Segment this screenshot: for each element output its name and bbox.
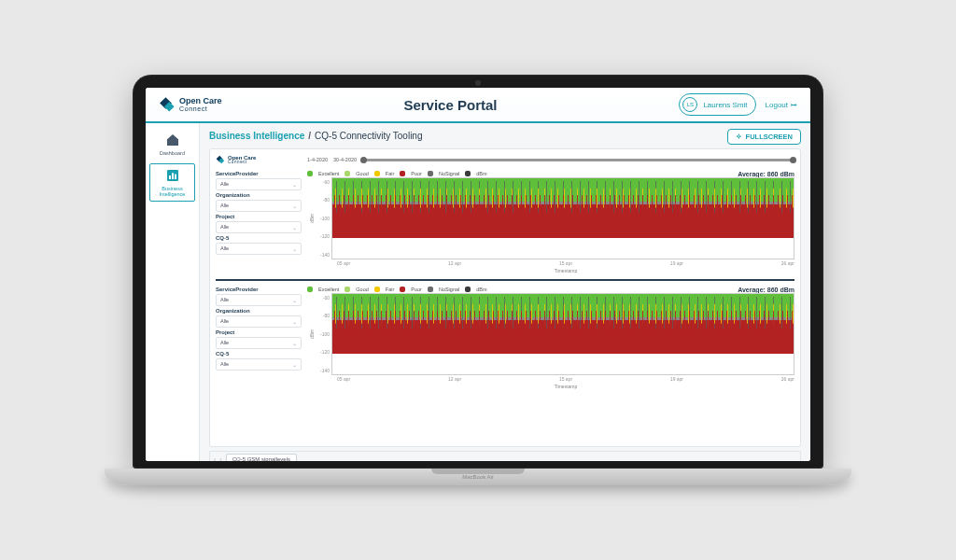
fullscreen-button[interactable]: ✧ FULLSCREEN [727,129,801,145]
y-axis-label: dBm [307,293,316,375]
chevron-down-icon: ⌄ [292,297,297,303]
avatar: LS [682,97,697,112]
logout-icon: ↦ [791,101,797,109]
legend-swatch-good [344,287,350,292]
filter-label: ServiceProvider [216,287,302,292]
chart-plot-area[interactable] [331,293,794,375]
filter-label: Project [216,329,302,335]
y-axis-ticks: -60 -80 -100 -120 -140 [316,293,331,375]
chart-average: Average: 860 dBm [738,171,794,177]
fullscreen-label: FULLSCREEN [746,133,793,141]
filter-select-cq5[interactable]: Alle⌄ [216,358,302,371]
chevron-down-icon: ⌄ [292,245,297,252]
chart-plot-area[interactable] [331,177,794,259]
legend-swatch-excellent [307,287,313,292]
brand-name-bottom: Connect [179,105,222,112]
filter-label: Organization [216,308,302,314]
sidebar: Dashboard Business Intelligence [146,123,200,461]
user-chip[interactable]: LS Laurens Smit [679,93,755,116]
filter-label: CQ-5 [216,235,302,241]
y-axis-label: dBm [307,177,316,259]
legend-swatch-fair [374,287,380,292]
chart-2: Excellent Good Fair Poor NoSignal dBm Av… [307,287,794,389]
app-body: Dashboard Business Intelligence Business… [146,123,810,461]
legend-swatch-fair [374,171,380,176]
chevron-down-icon: ⌄ [292,318,297,325]
timeline-selector[interactable]: 1-4-2020 30-4-2020 [307,157,794,162]
chevron-down-icon: ⌄ [292,224,297,231]
camera-dot [475,80,481,86]
app-screen: Open Care Connect Service Portal LS Laur… [146,88,810,461]
chevron-down-icon: ⌄ [292,361,297,368]
legend-swatch-good [344,171,350,176]
report-panel: Open Care Connect 1-4-2020 30-4-2020 [209,148,801,447]
filter-select-serviceprovider[interactable]: Alle⌄ [216,294,302,306]
user-name: Laurens Smit [703,101,747,109]
legend-swatch-excellent [307,171,313,176]
panel-brand: Open Care Connect [216,155,302,165]
filter-column-1: ServiceProvider Alle⌄ Organization Alle⌄… [216,171,302,273]
brand-name-top: Open Care [179,97,222,105]
laptop-base: MacBook Air [105,469,851,485]
breadcrumb-separator: / [308,131,311,141]
filter-select-organization[interactable]: Alle⌄ [216,315,302,328]
timeline-start: 1-4-2020 [307,157,328,162]
breadcrumb-page: CQ-5 Connectivity Tooling [315,131,422,141]
svg-rect-5 [175,175,176,179]
legend-swatch-dbm [465,171,471,176]
logout-link[interactable]: Logout ↦ [766,101,797,109]
chart-average: Average: 860 dBm [738,287,794,293]
filter-column-2: ServiceProvider Alle⌄ Organization Alle⌄… [216,287,302,389]
chart-block-2: ServiceProvider Alle⌄ Organization Alle⌄… [216,287,794,389]
brand-logo-icon [159,96,176,113]
filter-select-serviceprovider[interactable]: Alle⌄ [216,178,302,190]
fullscreen-icon: ✧ [736,133,742,141]
filter-label: Project [216,214,302,219]
chart-legend: Excellent Good Fair Poor NoSignal dBm Av… [307,287,794,293]
x-axis-ticks: 05 apr 12 apr 15 apr 19 apr 26 apr [337,259,794,267]
portal-header: Open Care Connect Service Portal LS Laur… [146,88,810,123]
timeline-slider[interactable] [362,159,794,161]
x-axis-ticks: 05 apr 12 apr 15 apr 19 apr 26 apr [337,375,794,383]
brand-block: Open Care Connect [159,96,222,113]
filter-select-cq5[interactable]: Alle⌄ [216,243,302,255]
legend-swatch-nosignal [428,171,433,176]
y-axis-ticks: -60 -80 -100 -120 -140 [316,177,331,259]
breadcrumb: Business Intelligence / CQ-5 Connectivit… [209,131,801,141]
logout-label: Logout [766,101,788,109]
tab-signallevels[interactable]: CQ-5 GSM signallevels [226,454,297,461]
tab-next-button[interactable]: › [219,456,221,462]
chevron-down-icon: ⌄ [292,203,297,209]
x-axis-label: Timestamp [337,383,794,389]
filter-label: CQ-5 [216,351,302,357]
breadcrumb-section[interactable]: Business Intelligence [209,131,304,141]
filter-select-organization[interactable]: Alle⌄ [216,200,302,212]
legend-swatch-poor [400,171,405,176]
svg-rect-3 [169,175,171,179]
chart-divider [216,279,794,281]
brand-logo-icon [216,155,225,164]
chart-icon [165,168,180,183]
sidebar-item-label: Business Intelligence [152,186,192,197]
svg-rect-4 [172,173,174,179]
chart-1: Excellent Good Fair Poor NoSignal dBm Av… [307,171,794,273]
chart-legend: Excellent Good Fair Poor NoSignal dBm Av… [307,171,794,177]
tab-prev-button[interactable]: ‹ [214,456,216,462]
x-axis-label: Timestamp [337,267,794,273]
panel-brand-bottom: Connect [228,161,256,165]
chevron-down-icon: ⌄ [292,181,297,188]
main-content: Business Intelligence / CQ-5 Connectivit… [200,123,810,461]
filter-select-project[interactable]: Alle⌄ [216,221,302,233]
chevron-down-icon: ⌄ [292,340,297,346]
filter-select-project[interactable]: Alle⌄ [216,337,302,349]
filter-label: Organization [216,192,302,198]
legend-swatch-nosignal [428,287,433,292]
report-tabbar: ‹ › CQ-5 GSM signallevels [209,451,801,461]
chart-block-1: ServiceProvider Alle⌄ Organization Alle⌄… [216,171,794,273]
screen-bezel: Open Care Connect Service Portal LS Laur… [133,75,823,469]
filter-label: ServiceProvider [216,171,302,176]
sidebar-item-business-intelligence[interactable]: Business Intelligence [149,163,195,202]
legend-swatch-poor [400,287,405,292]
sidebar-item-dashboard[interactable]: Dashboard [146,129,199,160]
page-title: Service Portal [222,97,680,113]
